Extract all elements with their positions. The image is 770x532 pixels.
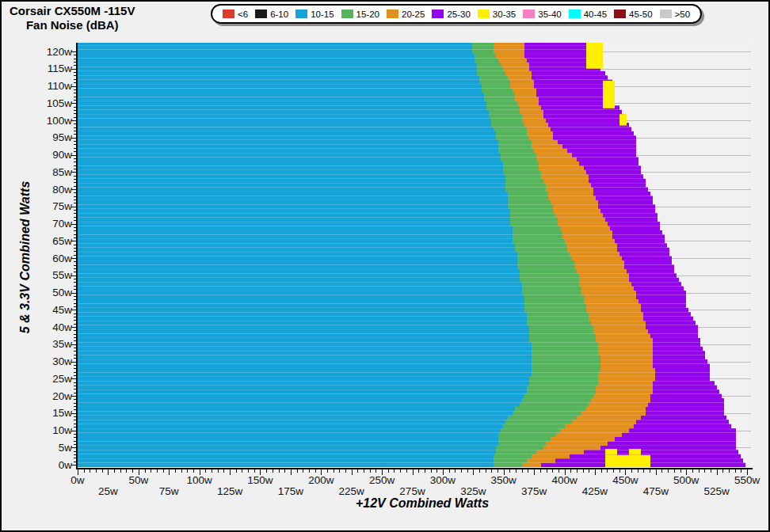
x-tick-label: 25w xyxy=(98,485,118,497)
y-tick-label: 30w xyxy=(52,355,72,367)
y-tick-label: 10w xyxy=(52,424,72,436)
x-tick-label: 200w xyxy=(308,474,334,486)
legend-item-30-35: 30-35 xyxy=(478,10,516,19)
legend-swatch xyxy=(255,10,267,18)
legend-swatch xyxy=(523,10,535,18)
x-tick-label: 400w xyxy=(551,474,578,486)
legend-label: 6-10 xyxy=(270,10,288,19)
legend-swatch xyxy=(569,10,581,18)
chart-frame: 0w5w10w15w20w25w30w35w40w45w50w55w60w65w… xyxy=(0,0,770,532)
y-tick-label: 85w xyxy=(52,166,72,178)
y-tick-label: 25w xyxy=(52,373,72,385)
legend-label: 40-45 xyxy=(584,10,607,19)
legend-item-35-40: 35-40 xyxy=(523,10,561,19)
legend-item-gt50: >50 xyxy=(660,10,691,19)
legend-label: <6 xyxy=(238,10,248,19)
x-tick-label: 150w xyxy=(247,474,273,486)
legend-label: >50 xyxy=(675,10,691,19)
legend-label: 20-25 xyxy=(402,10,425,19)
y-tick-label: 70w xyxy=(52,218,72,230)
x-tick-label: 450w xyxy=(612,474,638,486)
y-tick-label: 90w xyxy=(52,149,72,161)
yellow-patch xyxy=(629,449,641,455)
x-axis-line xyxy=(76,468,753,469)
y-tick-label: 45w xyxy=(52,304,72,316)
legend-swatch xyxy=(614,10,626,18)
x-tick-label: 500w xyxy=(673,474,699,486)
x-tick-label: 525w xyxy=(703,485,730,497)
legend-swatch xyxy=(432,10,444,18)
x-tick-label: 225w xyxy=(339,485,365,497)
y-tick-label: 65w xyxy=(52,235,72,247)
y-tick-label: 15w xyxy=(52,407,72,419)
legend-swatch xyxy=(387,10,398,18)
x-axis-title: +12V Combined Watts xyxy=(356,496,489,511)
x-tick-label: 75w xyxy=(159,485,179,497)
legend-swatch xyxy=(660,10,672,18)
x-tick-label: 100w xyxy=(186,474,212,486)
legend-swatch xyxy=(341,10,353,18)
y-tick-label: 5w xyxy=(59,442,73,454)
legend-swatch xyxy=(223,10,234,18)
y-tick-label: 60w xyxy=(52,253,72,264)
y-tick-label: 35w xyxy=(52,338,72,350)
legend-item-40-45: 40-45 xyxy=(569,10,607,19)
x-tick-label: 175w xyxy=(278,485,304,497)
y-tick-label: 75w xyxy=(52,200,72,212)
legend-label: 30-35 xyxy=(493,10,516,19)
y-tick-label: 110w xyxy=(48,80,73,92)
yellow-patch xyxy=(605,449,617,455)
x-tick-label: 125w xyxy=(217,485,243,497)
y-tick-label: 100w xyxy=(47,115,73,127)
y-tick-label: 105w xyxy=(47,97,73,109)
y-tick-label: 40w xyxy=(52,321,72,333)
x-tick-label: 275w xyxy=(399,485,425,497)
y-axis-line xyxy=(76,43,78,469)
legend: <66-1010-1515-2020-2525-3030-3535-4040-4… xyxy=(211,4,702,24)
y-axis-title: 5 & 3.3V Combined Watts xyxy=(18,181,32,334)
x-tick-label: 475w xyxy=(643,485,669,497)
legend-label: 15-20 xyxy=(356,10,379,19)
x-tick-label: 325w xyxy=(460,485,486,497)
chart-title: Corsair CX550M -115V Fan Noise (dBA) xyxy=(10,4,135,32)
chart-title-line2: Fan Noise (dBA) xyxy=(10,18,135,32)
y-tick-label: 95w xyxy=(52,131,72,143)
legend-label: 10-15 xyxy=(311,10,334,19)
legend-item-45-50: 45-50 xyxy=(614,10,652,19)
yellow-patch xyxy=(586,43,603,69)
y-tick-label: 50w xyxy=(52,287,72,298)
legend-item-10-15: 10-15 xyxy=(295,10,334,19)
legend-item-25-30: 25-30 xyxy=(432,10,470,19)
plot-area: 0w5w10w15w20w25w30w35w40w45w50w55w60w65w… xyxy=(2,2,770,532)
y-tick-label: 55w xyxy=(52,269,72,281)
yellow-patch xyxy=(603,81,615,108)
chart-canvas: 0w5w10w15w20w25w30w35w40w45w50w55w60w65w… xyxy=(2,2,770,532)
legend-swatch xyxy=(478,10,490,18)
legend-item-15-20: 15-20 xyxy=(341,10,379,19)
x-tick-label: 550w xyxy=(734,474,760,486)
y-tick-label: 80w xyxy=(52,184,72,196)
legend-label: 35-40 xyxy=(538,10,561,19)
chart-title-line1: Corsair CX550M -115V xyxy=(10,4,135,18)
x-tick-label: 375w xyxy=(521,485,547,497)
yellow-patch xyxy=(605,455,650,467)
x-tick-label: 425w xyxy=(582,485,608,497)
y-tick-label: 120w xyxy=(47,46,73,58)
y-tick-label: 0w xyxy=(59,459,73,471)
legend-label: 45-50 xyxy=(629,10,652,19)
x-tick-label: 0w xyxy=(71,474,85,486)
legend-swatch xyxy=(295,10,307,18)
legend-item-lt6: <6 xyxy=(223,10,248,19)
x-tick-label: 250w xyxy=(369,474,395,486)
legend-item-6-10: 6-10 xyxy=(255,10,288,19)
x-tick-label: 300w xyxy=(430,474,456,486)
y-tick-label: 115w xyxy=(48,63,73,74)
x-tick-label: 350w xyxy=(491,474,517,486)
x-tick-label: 50w xyxy=(128,474,148,486)
y-tick-label: 20w xyxy=(52,390,72,402)
legend-item-20-25: 20-25 xyxy=(387,10,425,19)
legend-label: 25-30 xyxy=(447,10,470,19)
yellow-patch xyxy=(619,114,627,125)
